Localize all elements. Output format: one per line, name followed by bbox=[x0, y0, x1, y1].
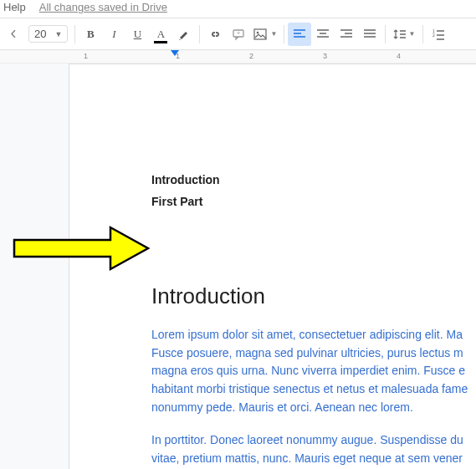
chevron-down-icon: ▼ bbox=[408, 30, 415, 38]
align-right-button[interactable] bbox=[335, 23, 358, 46]
line-spacing-button[interactable]: ▼ bbox=[389, 23, 419, 46]
separator bbox=[422, 25, 423, 43]
ruler-mark: 2 bbox=[249, 52, 253, 60]
svg-point-3 bbox=[257, 31, 259, 33]
align-center-button[interactable] bbox=[311, 23, 335, 46]
align-left-button[interactable] bbox=[288, 23, 311, 46]
menu-help[interactable]: Help bbox=[3, 1, 26, 13]
insert-image-button[interactable]: ▼ bbox=[250, 23, 280, 46]
insert-link-button[interactable] bbox=[203, 23, 227, 46]
page-gutter bbox=[0, 64, 69, 469]
insert-comment-button[interactable]: + bbox=[227, 23, 250, 46]
chevron-down-icon: ▼ bbox=[54, 30, 62, 38]
align-justify-button[interactable] bbox=[358, 23, 381, 46]
font-size-input[interactable]: 20 ▼ bbox=[28, 25, 68, 43]
body-paragraph[interactable]: Lorem ipsum dolor sit amet, consectetuer… bbox=[151, 326, 476, 416]
separator bbox=[284, 25, 284, 43]
toc-entry[interactable]: First Part bbox=[151, 195, 476, 208]
svg-text:2: 2 bbox=[432, 33, 435, 38]
heading-introduction[interactable]: Introduction bbox=[151, 283, 476, 309]
numbered-list-button[interactable]: 12 bbox=[427, 23, 450, 46]
bold-button[interactable]: B bbox=[79, 23, 102, 46]
body-paragraph[interactable]: In porttitor. Donec laoreet nonummy augu… bbox=[151, 431, 476, 467]
separator bbox=[385, 25, 386, 43]
highlight-button[interactable] bbox=[172, 23, 196, 46]
workspace: Introduction First Part Introduction Lor… bbox=[0, 64, 476, 469]
svg-text:+: + bbox=[237, 29, 241, 37]
ruler-mark: 4 bbox=[397, 52, 401, 60]
ruler-mark: 1 bbox=[84, 52, 88, 60]
text-color-button[interactable]: A bbox=[149, 23, 172, 46]
svg-rect-2 bbox=[254, 29, 266, 39]
toolbar-prev[interactable] bbox=[2, 23, 25, 46]
ruler[interactable]: 1 1 2 3 4 bbox=[0, 50, 476, 64]
toolbar: 20 ▼ B I U A + ▼ ▼ 12 bbox=[0, 18, 476, 50]
indent-marker-icon[interactable] bbox=[171, 50, 179, 56]
separator bbox=[199, 25, 200, 43]
underline-button[interactable]: U bbox=[125, 23, 149, 46]
ruler-mark: 3 bbox=[323, 52, 327, 60]
document-page[interactable]: Introduction First Part Introduction Lor… bbox=[69, 64, 476, 469]
italic-button[interactable]: I bbox=[102, 23, 125, 46]
save-status[interactable]: All changes saved in Drive bbox=[39, 1, 167, 13]
menu-bar: Help All changes saved in Drive bbox=[0, 0, 476, 18]
font-size-value: 20 bbox=[34, 28, 46, 40]
separator bbox=[74, 25, 75, 43]
chevron-down-icon: ▼ bbox=[270, 30, 277, 38]
toc-entry[interactable]: Introduction bbox=[151, 173, 476, 186]
